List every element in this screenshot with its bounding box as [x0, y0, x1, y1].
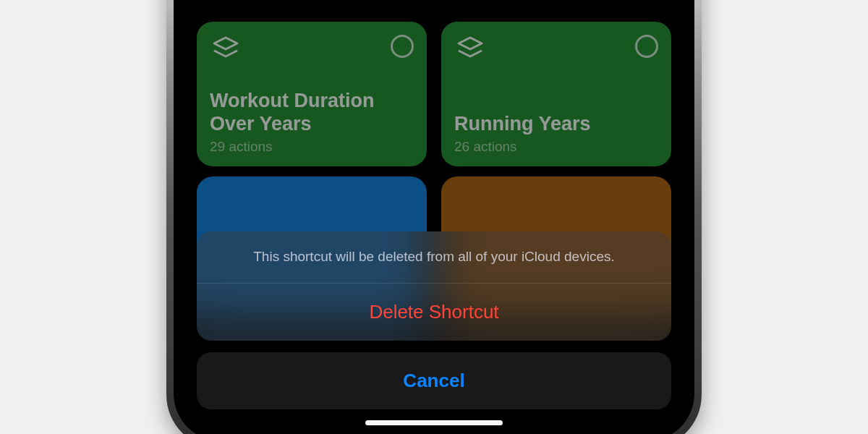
shortcut-card-workout-duration[interactable]: Workout Duration Over Years 29 actions — [197, 22, 427, 166]
shortcut-title: Running Years — [454, 113, 658, 136]
shortcut-card-running-years[interactable]: Running Years 26 actions — [441, 22, 671, 166]
home-indicator[interactable] — [365, 420, 503, 425]
select-circle[interactable] — [391, 35, 414, 58]
shortcuts-app-icon — [454, 35, 486, 69]
action-sheet-message: This shortcut will be deleted from all o… — [197, 231, 671, 283]
delete-shortcut-button[interactable]: Delete Shortcut — [197, 284, 671, 341]
phone-bezel: Workout Duration Over Years 29 actions — [174, 0, 694, 434]
phone-frame: Workout Duration Over Years 29 actions — [166, 0, 702, 434]
shortcut-title: Workout Duration Over Years — [210, 90, 414, 136]
action-sheet: This shortcut will be deleted from all o… — [197, 231, 671, 409]
shortcut-subtitle: 29 actions — [210, 139, 414, 155]
action-sheet-group: This shortcut will be deleted from all o… — [197, 231, 671, 341]
screen: Workout Duration Over Years 29 actions — [181, 0, 687, 434]
shortcut-subtitle: 26 actions — [454, 139, 658, 155]
shortcuts-grid: Workout Duration Over Years 29 actions — [181, 14, 687, 166]
select-circle[interactable] — [635, 35, 658, 58]
shortcuts-app-icon — [210, 35, 242, 69]
cancel-button[interactable]: Cancel — [197, 352, 671, 409]
